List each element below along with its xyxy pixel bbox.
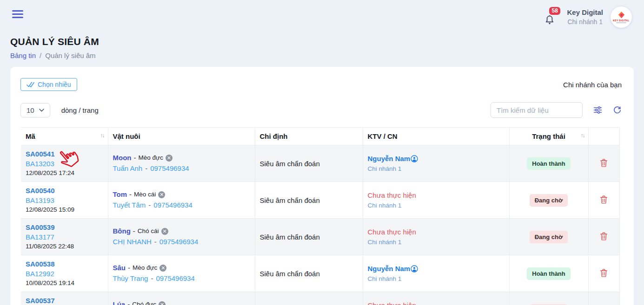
technician-link[interactable]: Nguyễn Nam xyxy=(368,154,411,164)
trash-icon xyxy=(600,268,608,277)
technician-link[interactable]: Nguyễn Nam xyxy=(368,264,411,274)
pet-name-link[interactable]: Sâu xyxy=(113,263,126,273)
owner-phone-link[interactable]: 0975496934 xyxy=(153,200,192,211)
logo-tagline xyxy=(616,22,626,23)
double-check-icon xyxy=(27,81,34,88)
table-header-row: Mã↑↓Vật nuôiChỉ địnhKTV / CNTrạng thái↑↓ xyxy=(21,128,619,145)
separator-dash: - xyxy=(127,299,130,305)
remove-tag-icon[interactable]: ✕ xyxy=(159,265,166,272)
top-bar: 58 Key Digital Chi nhánh 1 KEY DIGITAL xyxy=(0,0,644,29)
exam-datetime: 10/08/2025 19:14 xyxy=(26,279,103,288)
table-row: SA00538 BA12992 10/08/2025 19:14 Sâu - M… xyxy=(21,255,619,292)
trash-icon xyxy=(600,158,608,167)
current-branch: Chi nhánh 1 xyxy=(567,17,603,26)
page-title: QUẢN LÝ SIÊU ÂM xyxy=(10,36,644,47)
exam-code-link[interactable]: SA00540 xyxy=(26,186,103,195)
separator-dash: - xyxy=(133,153,136,163)
separator-dash: - xyxy=(145,163,147,174)
exam-datetime: 11/08/2025 22:48 xyxy=(26,242,103,251)
status-badge: Hoàn thành xyxy=(527,267,571,280)
refresh-icon xyxy=(613,106,622,115)
pet-description: Mèo cái xyxy=(134,189,156,200)
booking-code-link[interactable]: BA13177 xyxy=(26,232,103,242)
sort-icon[interactable]: ↑↓ xyxy=(100,132,104,139)
owner-phone-link[interactable]: 0975496934 xyxy=(159,236,198,247)
pet-name-link[interactable]: Tom xyxy=(113,189,127,200)
owner-name-link[interactable]: Tuyết Tâm xyxy=(113,200,146,211)
remove-tag-icon[interactable]: ✕ xyxy=(159,301,166,305)
exam-code-link[interactable]: SA00538 xyxy=(26,259,103,269)
pet-name-link[interactable]: Lúa xyxy=(113,299,126,305)
remove-tag-icon[interactable]: ✕ xyxy=(161,228,168,235)
page-size-select[interactable]: 10 xyxy=(20,103,50,117)
table-row: SA00540 BA13193 12/08/2025 15:09 Tom - M… xyxy=(21,182,619,219)
logo-text: KEY DIGITAL xyxy=(613,19,630,22)
pet-description: Chó cái xyxy=(138,226,159,236)
service-name: Siêu âm chẩn đoán xyxy=(260,233,320,241)
breadcrumb-separator: / xyxy=(40,52,41,59)
rows-per-page-label: dòng / trang xyxy=(61,106,99,114)
logo-flame-icon xyxy=(617,12,625,19)
owner-phone-link[interactable]: 0975496934 xyxy=(156,273,194,284)
menu-toggle-icon[interactable] xyxy=(12,10,23,20)
owner-name-link[interactable]: Thùy Trang xyxy=(113,273,148,284)
column-header-KTV / CN: KTV / CN xyxy=(363,128,509,145)
sort-icon[interactable]: ↑↓ xyxy=(581,132,584,139)
column-header-Mã[interactable]: Mã↑↓ xyxy=(21,128,108,145)
branch-link[interactable]: Chi nhánh 1 xyxy=(368,201,505,210)
owner-name-link[interactable]: Tuấn Anh xyxy=(113,163,143,174)
technician-link[interactable]: Chưa thực hiện xyxy=(368,300,416,305)
booking-code-link[interactable]: BA13203 xyxy=(26,159,103,169)
status-badge: Đang chờ xyxy=(530,231,568,243)
booking-code-link[interactable]: BA12992 xyxy=(26,269,103,279)
pet-name-link[interactable]: Bông xyxy=(113,226,131,236)
exam-code-link[interactable]: SA00537 xyxy=(26,296,103,305)
branch-link[interactable]: Chi nhánh 1 xyxy=(368,274,505,284)
owner-name-link[interactable]: CHỊ NHANH xyxy=(113,236,152,247)
pet-description: Chó đực xyxy=(132,299,156,305)
delete-button[interactable] xyxy=(600,232,608,240)
owner-phone-link[interactable]: 0975496934 xyxy=(150,163,189,174)
technician-link[interactable]: Chưa thực hiện xyxy=(368,190,416,201)
technician-link[interactable]: Chưa thực hiện xyxy=(368,227,416,237)
breadcrumb-home-link[interactable]: Bảng tin xyxy=(10,52,36,59)
filter-button[interactable] xyxy=(593,105,603,115)
breadcrumb: Bảng tin / Quản lý siêu âm xyxy=(10,52,644,59)
multi-select-button[interactable]: Chọn nhiều xyxy=(20,78,77,91)
page-size-value: 10 xyxy=(27,106,34,114)
column-header-Trạng thái[interactable]: Trạng thái↑↓ xyxy=(509,128,588,145)
pet-name-link[interactable]: Moon xyxy=(113,153,132,163)
exam-code-link[interactable]: SA00539 xyxy=(26,222,103,232)
status-badge: Đang chờ xyxy=(530,194,568,207)
refresh-button[interactable] xyxy=(613,106,622,115)
separator-dash: - xyxy=(148,200,151,211)
separator-dash: - xyxy=(151,273,153,284)
table-row: SA00539 BA13177 11/08/2025 22:48 Bông - … xyxy=(21,219,619,255)
exam-datetime: 12/08/2025 15:09 xyxy=(26,205,103,214)
remove-tag-icon[interactable]: ✕ xyxy=(166,155,173,162)
exam-code-link[interactable]: SA00541 xyxy=(26,149,103,159)
service-name: Siêu âm chẩn đoán xyxy=(260,160,320,168)
ultrasound-table: Mã↑↓Vật nuôiChỉ địnhKTV / CNTrạng thái↑↓… xyxy=(21,127,620,305)
company-name: Key Digital xyxy=(567,8,603,17)
breadcrumb-current: Quản lý siêu âm xyxy=(45,52,95,59)
delete-button[interactable] xyxy=(600,195,608,204)
remove-tag-icon[interactable]: ✕ xyxy=(158,191,165,198)
column-header-actions xyxy=(588,128,619,145)
branch-link[interactable]: Chi nhánh 1 xyxy=(368,237,505,247)
bell-icon xyxy=(544,13,556,26)
your-branch-label: Chi nhánh của bạn xyxy=(563,81,622,89)
account-info[interactable]: Key Digital Chi nhánh 1 xyxy=(567,8,603,26)
table-row: SA00541 BA13203 12/08/2025 17:24 Moon - … xyxy=(21,145,619,182)
delete-button[interactable] xyxy=(600,268,608,277)
filter-sliders-icon xyxy=(593,105,603,115)
branch-link[interactable]: Chi nhánh 1 xyxy=(368,164,505,174)
booking-code-link[interactable]: BA13193 xyxy=(26,195,103,205)
exam-datetime: 12/08/2025 17:24 xyxy=(26,169,103,178)
company-logo[interactable]: KEY DIGITAL xyxy=(611,6,632,28)
search-input[interactable] xyxy=(491,102,583,118)
page-header: QUẢN LÝ SIÊU ÂM Bảng tin / Quản lý siêu … xyxy=(0,29,644,59)
column-header-Vật nuôi: Vật nuôi xyxy=(108,128,255,145)
notifications-button[interactable]: 58 xyxy=(544,8,559,26)
delete-button[interactable] xyxy=(600,158,608,167)
